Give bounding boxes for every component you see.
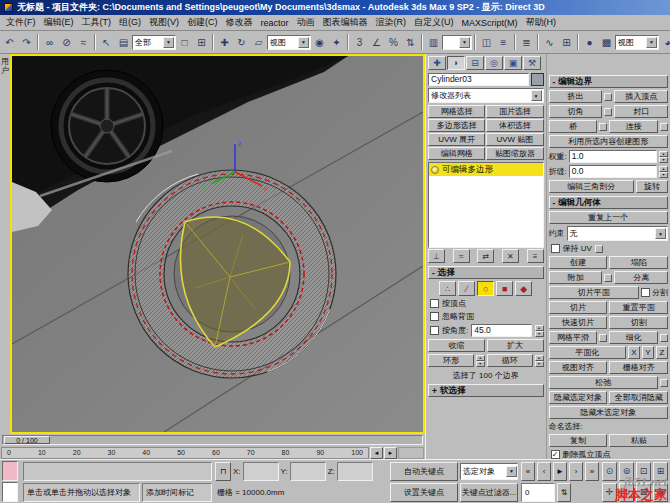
bridge-settings-button[interactable]: [599, 123, 607, 131]
subobject-edge-icon[interactable]: ∕: [458, 281, 475, 296]
selection-set-dropdown[interactable]: 选定对象 ▼: [460, 463, 518, 480]
snap-toggle-icon[interactable]: 3: [351, 34, 368, 51]
tab-display-icon[interactable]: ▣: [504, 56, 522, 70]
menu-modifiers[interactable]: 修改器: [222, 15, 257, 30]
viewport-canvas[interactable]: z x y: [12, 56, 423, 432]
preserve-uvs-settings-button[interactable]: [595, 245, 603, 253]
loop-spinner[interactable]: ▴ ▾: [535, 355, 544, 367]
stack-onoff-icon[interactable]: [431, 166, 439, 174]
ring-spinner[interactable]: ▴ ▾: [476, 355, 485, 367]
menu-tools[interactable]: 工具(T): [78, 15, 116, 30]
menu-create[interactable]: 创建(C): [183, 15, 222, 30]
delete-isolated-checkbox[interactable]: ✓: [551, 450, 560, 459]
selection-region-icon[interactable]: □: [176, 34, 193, 51]
trackbar-scroll-left-icon[interactable]: ◄: [370, 447, 383, 459]
window-crossing-icon[interactable]: ⊞: [193, 34, 210, 51]
menu-views[interactable]: 视图(V): [145, 15, 183, 30]
copy-button[interactable]: 复制: [549, 434, 608, 447]
select-object-icon[interactable]: ↖: [98, 34, 115, 51]
unlink-selection-icon[interactable]: ⊘: [58, 34, 75, 51]
active-viewport[interactable]: z x y: [10, 54, 425, 434]
modifier-button[interactable]: 面片选择: [486, 105, 543, 118]
paste-button[interactable]: 粘贴: [609, 434, 668, 447]
tab-motion-icon[interactable]: ◎: [485, 56, 503, 70]
loop-button[interactable]: 循环: [487, 354, 533, 367]
rollout-edit-borders-header[interactable]: - 编辑边界: [549, 75, 668, 88]
constraints-dropdown[interactable]: 无 ▼: [567, 226, 668, 241]
subobject-vertex-icon[interactable]: ∴: [439, 281, 456, 296]
make-unique-icon[interactable]: ⇄: [477, 249, 494, 263]
modifier-button[interactable]: 网格选择: [428, 105, 485, 118]
msmooth-button[interactable]: 网格平滑: [549, 331, 598, 344]
weight-spinner[interactable]: ▴ ▾: [659, 151, 668, 163]
select-and-rotate-icon[interactable]: ↻: [233, 34, 250, 51]
trackbar-scroll-right-icon[interactable]: ►: [384, 447, 397, 459]
tessellate-settings-button[interactable]: [660, 334, 668, 342]
spin-down-icon[interactable]: ▾: [476, 361, 485, 367]
grid-align-button[interactable]: 栅格对齐: [609, 361, 668, 374]
use-pivot-center-icon[interactable]: ◉: [311, 34, 328, 51]
extrude-button[interactable]: 挤出: [549, 90, 603, 103]
modifier-button[interactable]: 编辑网格: [428, 147, 485, 160]
relax-button[interactable]: 松弛: [549, 376, 658, 389]
unhide-all-button[interactable]: 全部取消隐藏: [609, 391, 668, 404]
material-editor-icon[interactable]: ●: [581, 34, 598, 51]
quickslice-button[interactable]: 快速切片: [549, 316, 608, 329]
attach-button[interactable]: 附加: [549, 271, 603, 284]
modifier-list-dropdown[interactable]: 修改器列表 ▼: [428, 88, 544, 103]
connect-button[interactable]: 连接: [609, 120, 658, 133]
spin-down-icon[interactable]: ▾: [659, 172, 668, 178]
subobject-polygon-icon[interactable]: ■: [496, 281, 513, 296]
select-by-name-icon[interactable]: ▤: [115, 34, 132, 51]
named-selection-sets-icon[interactable]: ▥: [425, 34, 442, 51]
curve-editor-icon[interactable]: ∿: [541, 34, 558, 51]
ignore-backfacing-checkbox[interactable]: [430, 312, 439, 321]
by-vertex-checkbox[interactable]: [430, 299, 439, 308]
menu-animation[interactable]: 动画: [293, 15, 319, 30]
slice-plane-button[interactable]: 切片平面: [549, 286, 639, 299]
hide-unselected-button[interactable]: 隐藏未选定对象: [549, 406, 668, 419]
msmooth-settings-button[interactable]: [599, 334, 607, 342]
menu-reactor[interactable]: reactor: [257, 17, 293, 29]
mini-listener-macro-line[interactable]: [2, 461, 18, 481]
modifier-button[interactable]: UVW 贴图: [486, 133, 543, 146]
crease-value-field[interactable]: 0.0: [569, 165, 657, 178]
chamfer-settings-button[interactable]: [604, 108, 612, 116]
z-coordinate-field[interactable]: [337, 462, 373, 481]
create-shape-button[interactable]: 利用所选内容创建图形: [549, 135, 668, 148]
angle-snap-icon[interactable]: ∠: [368, 34, 385, 51]
modifier-button[interactable]: UVW 展开: [428, 133, 485, 146]
menu-customize[interactable]: 自定义(U): [410, 15, 458, 30]
select-and-scale-icon[interactable]: ▱: [250, 34, 267, 51]
collapse-button[interactable]: 塌陷: [609, 256, 668, 269]
subobject-element-icon[interactable]: ◆: [515, 281, 532, 296]
select-and-move-icon[interactable]: ✚: [216, 34, 233, 51]
stack-item-editable-poly[interactable]: 可编辑多边形: [429, 163, 543, 176]
modifier-button[interactable]: 体积选择: [486, 119, 543, 132]
y-coordinate-field[interactable]: [290, 462, 326, 481]
named-selection-dropdown[interactable]: ▼: [442, 35, 472, 50]
preserve-uvs-checkbox[interactable]: [551, 244, 560, 253]
menu-edit[interactable]: 编辑(E): [40, 15, 78, 30]
menu-rendering[interactable]: 渲染(R): [372, 15, 411, 30]
quick-render-icon[interactable]: ◕: [659, 34, 670, 51]
subobject-border-icon[interactable]: ○: [477, 281, 494, 296]
spin-down-icon[interactable]: ▾: [535, 361, 544, 367]
menu-graph-editors[interactable]: 图表编辑器: [319, 15, 372, 30]
maxscript-mini-listener[interactable]: [2, 461, 20, 502]
turn-button[interactable]: 旋转: [636, 180, 668, 193]
align-icon[interactable]: ≡: [495, 34, 512, 51]
reference-coordinate-dropdown[interactable]: 视图 ▼: [267, 35, 311, 50]
tab-modify-icon[interactable]: ◗: [447, 56, 465, 70]
attach-settings-button[interactable]: [604, 274, 612, 282]
modifier-stack[interactable]: 可编辑多边形: [428, 162, 544, 248]
planar-x-button[interactable]: X: [628, 346, 640, 359]
next-frame-icon[interactable]: ›: [569, 462, 583, 481]
planar-y-button[interactable]: Y: [642, 346, 654, 359]
schematic-view-icon[interactable]: ⊞: [558, 34, 575, 51]
menu-help[interactable]: 帮助(H): [522, 15, 561, 30]
go-to-end-icon[interactable]: »: [585, 462, 599, 481]
shrink-button[interactable]: 收缩: [428, 339, 485, 352]
title-bar[interactable]: 无标题 - 项目文件夹: C:\Documents and Settings\p…: [0, 0, 670, 15]
by-angle-checkbox[interactable]: [430, 326, 439, 335]
